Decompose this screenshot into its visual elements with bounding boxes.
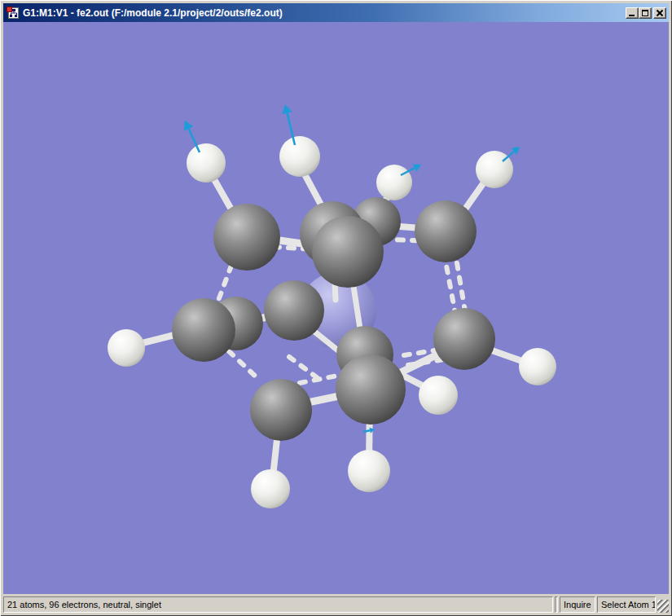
partial-bond xyxy=(229,351,259,380)
partial-bond xyxy=(289,357,321,381)
atom-H[interactable] xyxy=(376,165,412,200)
maximize-icon xyxy=(642,10,648,16)
atom-H[interactable] xyxy=(187,143,226,183)
window-title: G1:M1:V1 - fe2.out (F:/module 2.1/projec… xyxy=(23,7,622,19)
status-selection: Select Atom 1 xyxy=(597,596,656,613)
status-separator-panel xyxy=(555,596,558,613)
molecule-viewport[interactable] xyxy=(3,22,669,594)
atom-C[interactable] xyxy=(250,379,312,441)
close-icon xyxy=(654,8,665,18)
displacement-vector-arrow xyxy=(503,147,520,161)
atom-H[interactable] xyxy=(348,450,390,492)
title-bar[interactable]: G1:M1:V1 - fe2.out (F:/module 2.1/projec… xyxy=(3,3,669,22)
atom-C[interactable] xyxy=(415,200,477,262)
atom-H[interactable] xyxy=(519,348,556,385)
maximize-button[interactable] xyxy=(639,7,652,19)
displacement-vector-arrow xyxy=(282,104,295,145)
status-bar: 21 atoms, 96 electrons, neutral, singlet… xyxy=(3,594,669,613)
molecule-canvas[interactable] xyxy=(3,22,669,594)
atom-H[interactable] xyxy=(419,376,458,415)
atom-C[interactable] xyxy=(336,354,406,425)
app-window: G1:M1:V1 - fe2.out (F:/module 2.1/projec… xyxy=(0,0,672,616)
atom-C[interactable] xyxy=(433,308,495,370)
close-button[interactable] xyxy=(653,7,666,19)
atom-C[interactable] xyxy=(172,298,235,362)
atom-C[interactable] xyxy=(213,204,280,271)
status-molecule-info: 21 atoms, 96 electrons, neutral, singlet xyxy=(3,596,553,613)
gaussview-document-icon xyxy=(7,7,20,20)
atom-C[interactable] xyxy=(312,216,384,288)
minimize-icon xyxy=(629,15,635,16)
partial-bond xyxy=(408,359,445,365)
displacement-vector-arrow xyxy=(184,121,200,152)
status-mode: Inquire xyxy=(560,596,595,613)
atom-H[interactable] xyxy=(279,136,320,177)
window-controls xyxy=(626,7,666,19)
partial-bond xyxy=(444,253,456,318)
minimize-button[interactable] xyxy=(626,7,639,19)
resize-grip[interactable] xyxy=(657,600,669,613)
atom-H[interactable] xyxy=(108,329,145,367)
atom-C[interactable] xyxy=(264,280,324,341)
atom-H[interactable] xyxy=(251,469,290,508)
